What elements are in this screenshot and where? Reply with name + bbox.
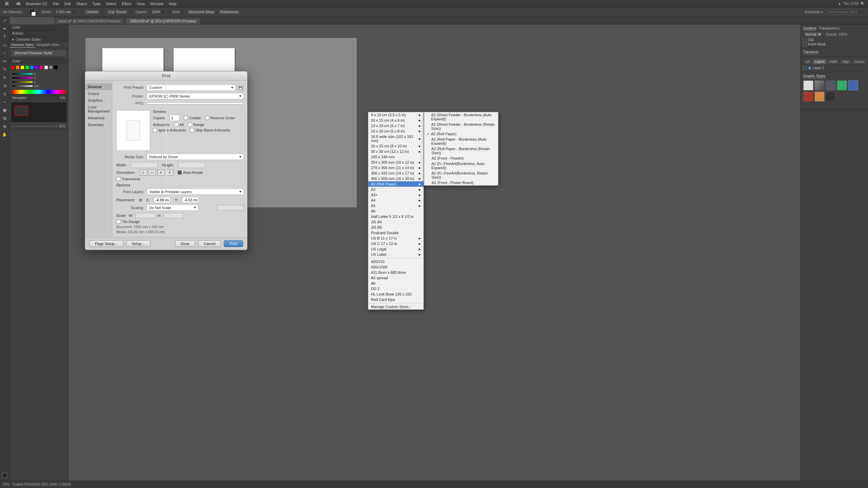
psd-item-3[interactable]: 13 x 20 cm (5 x 8 in)▶ <box>368 128 423 134</box>
swatch-red[interactable] <box>11 65 15 69</box>
psd-item-5[interactable]: 20 x 25 cm (8 x 10 in)▶ <box>368 143 423 149</box>
ellipse-tool-icon[interactable]: ○ <box>1 49 8 57</box>
pen-tool-icon[interactable]: ✒ <box>1 25 8 33</box>
clip-checkbox[interactable] <box>803 38 807 42</box>
done-button[interactable]: Done <box>175 240 195 247</box>
nav-general[interactable]: General <box>85 83 112 90</box>
gs-item-2[interactable] <box>814 80 825 90</box>
psd-item-usb[interactable]: US B 11 x 17 in▶ <box>368 236 423 241</box>
portrait-btn[interactable]: ▯ <box>140 169 147 176</box>
menu-select[interactable]: Select <box>103 2 119 6</box>
swatch-orange[interactable] <box>16 65 20 69</box>
stroke-value[interactable] <box>54 9 78 15</box>
sub-item-7[interactable]: A2 (Fr.-FineArt(Borderless, Retain Size)… <box>424 170 498 180</box>
menu-help[interactable]: Help <box>166 2 179 6</box>
zoom-in-icon[interactable]: + <box>55 124 57 128</box>
normal-char-style-item[interactable]: [Normal Character Style] <box>12 50 65 56</box>
scaling-select[interactable]: Do Not Scale ▾ <box>147 204 198 211</box>
all-radio[interactable] <box>174 122 179 127</box>
collate-checkbox[interactable] <box>184 116 188 120</box>
links-panel-header[interactable]: Links <box>9 24 68 30</box>
char-styles-header[interactable]: ▶ Character Styles <box>9 37 68 42</box>
swatch-gray[interactable] <box>49 65 53 69</box>
psd-item-10[interactable]: 356 x 432 mm (14 x 17 in)▶ <box>368 170 423 176</box>
uniform-dropdown[interactable]: Uniform <box>84 9 100 15</box>
psd-item-redcard[interactable]: Red Card trips <box>368 297 423 302</box>
psd-item-manage[interactable]: Manage Custom Sizes... <box>368 304 423 309</box>
layers-tab[interactable]: Layers <box>813 59 827 64</box>
psd-item-halfletter[interactable]: Half Letter 5 1/2 x 8 1/2 in <box>368 214 423 219</box>
setup-button[interactable]: Setup... <box>126 240 151 247</box>
blend-mode-select[interactable]: Normal <box>803 32 823 37</box>
lib-tab[interactable]: Lib <box>803 59 812 64</box>
color-panel-header[interactable]: Color <box>9 58 68 64</box>
sub-item-1[interactable]: A2 (Sheet Feeder - Borderless (Retain Si… <box>424 122 498 131</box>
doc-setup-button[interactable]: Document Setup <box>186 9 217 15</box>
opacity-value[interactable] <box>150 9 165 15</box>
ignore-artboards-checkbox[interactable] <box>153 128 157 132</box>
swatch-yellow[interactable] <box>20 65 24 69</box>
gs-item-3[interactable] <box>826 80 836 90</box>
zoom-out-icon[interactable]: − <box>12 124 14 128</box>
blend-tool-icon[interactable]: ⧖ <box>1 90 8 98</box>
appear-tab[interactable]: Appear <box>852 59 867 64</box>
pencil-tool-icon[interactable]: ✎ <box>1 66 8 73</box>
apple-menu[interactable]: ⌘ <box>0 1 14 6</box>
preset-select[interactable]: Custom ▾ <box>147 84 236 91</box>
hand-tool-icon[interactable]: ✋ <box>1 131 8 138</box>
eyedropper-icon[interactable]: ⌁ <box>1 98 8 106</box>
char-styles-tab[interactable]: Character Styles <box>9 42 35 48</box>
nav-advanced[interactable]: Advanced <box>85 115 112 121</box>
tile-range-checkbox[interactable] <box>116 220 120 224</box>
search-adobe-input[interactable] <box>825 9 866 15</box>
layer-1-item[interactable]: Layer 1 <box>802 65 867 70</box>
landscape-flip-btn[interactable]: ⊼ <box>166 169 174 176</box>
rotate-tool-icon[interactable]: ↻ <box>1 74 8 81</box>
menu-type[interactable]: Type <box>90 2 103 6</box>
invert-mask-checkbox[interactable] <box>803 43 807 46</box>
cancel-button[interactable]: Cancel <box>198 240 221 247</box>
transverse-checkbox[interactable] <box>116 177 120 181</box>
actions-panel-header[interactable]: Actions <box>9 30 68 36</box>
page-setup-button[interactable]: Page Setup... <box>89 240 123 247</box>
media-size-select[interactable]: Defined by Driver ▾ <box>147 154 244 160</box>
align-tab[interactable]: Align <box>840 59 851 64</box>
gradient-label[interactable]: Gradient <box>803 26 816 30</box>
swatch-green[interactable] <box>25 65 29 69</box>
nav-output[interactable]: Output <box>85 90 112 97</box>
sub-item-0[interactable]: A2 (Sheet Feeder - Borderless (Auto Expa… <box>424 112 498 122</box>
scale-tool-icon[interactable]: ⇲ <box>1 82 8 89</box>
gradient-tool-icon[interactable]: ▣ <box>1 106 8 114</box>
sub-item-8[interactable]: A2 (Front - Poster Board) <box>424 180 498 185</box>
psd-item-0[interactable]: 9 x 13 cm (3.5 x 5 in)▶ <box>368 112 423 118</box>
transform-label[interactable]: Transform <box>803 50 818 54</box>
psd-item-a3[interactable]: A3▶ <box>368 187 423 192</box>
swatch-white[interactable] <box>44 65 48 69</box>
psd-item-2[interactable]: 13 x 18 cm (5 x 7 in)▶ <box>368 123 423 128</box>
layer-visibility-eye[interactable] <box>803 66 807 70</box>
y-input[interactable] <box>182 197 199 203</box>
psd-item-jisb4[interactable]: JIS B4 <box>368 219 423 225</box>
pathfinder-tab[interactable]: Pathf <box>827 59 839 64</box>
menu-effect[interactable]: Effect <box>119 2 134 6</box>
zoom-tool-icon[interactable]: ⊕ <box>1 123 8 130</box>
height-input[interactable] <box>178 162 205 168</box>
printer-select[interactable]: EPSON SC-P800 Series ▾ <box>147 93 244 99</box>
color-spectrum[interactable] <box>12 90 65 94</box>
psd-item-a5spread[interactable]: A5 spread <box>368 275 423 281</box>
sub-item-5[interactable]: A2 (Front - FineArt) <box>424 156 498 161</box>
search-icon[interactable]: 🔍 <box>861 2 865 5</box>
m-slider[interactable] <box>12 77 33 79</box>
para-styles-tab[interactable]: Paragraph Styles <box>35 42 61 48</box>
print-button[interactable]: Print <box>224 240 243 247</box>
direct-select-icon[interactable]: ↗ <box>1 17 8 24</box>
save-preset-button[interactable]: 💾 <box>237 84 244 91</box>
psd-item-8[interactable]: 254 x 305 mm (10 x 12 in)▶ <box>368 160 423 165</box>
psd-item-usc[interactable]: US C 17 x 22 in▶ <box>368 241 423 246</box>
tab-1500[interactable]: 1500x430.ai* @ 25% (CMYK/GPU Preview) <box>125 18 200 24</box>
psd-item-4[interactable]: 16:9 wide size (102 x 181 mm)▶ <box>368 134 423 143</box>
auto-rotate-checkbox[interactable] <box>178 170 182 175</box>
navigator-header[interactable]: Navigator Info <box>9 95 68 101</box>
psd-item-a6-2[interactable]: A6 <box>368 281 423 286</box>
psd-item-a6[interactable]: A6 <box>368 208 423 214</box>
